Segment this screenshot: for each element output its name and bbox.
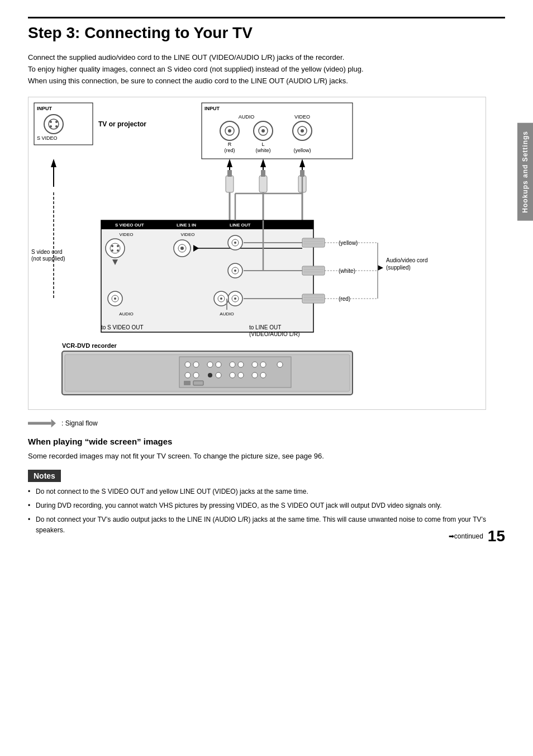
svg-text:S VIDEO OUT: S VIDEO OUT xyxy=(115,223,144,228)
svg-text:(white): (white) xyxy=(255,148,270,153)
svg-point-128 xyxy=(207,362,213,367)
svg-point-63 xyxy=(180,247,184,250)
page-number: 15 xyxy=(488,527,505,545)
svg-point-85 xyxy=(220,297,222,300)
svg-point-130 xyxy=(230,362,235,367)
svg-point-19 xyxy=(261,129,265,133)
svg-point-24 xyxy=(301,129,304,133)
svg-marker-109 xyxy=(378,265,383,271)
wide-screen-text: Some recorded images may not fit your TV… xyxy=(28,451,505,462)
continued-arrow: ➡continued xyxy=(449,532,483,540)
svg-text:(red): (red) xyxy=(224,148,235,153)
intro-line-3: When using this connection, be sure to c… xyxy=(28,77,348,85)
svg-point-132 xyxy=(252,362,258,367)
svg-marker-33 xyxy=(260,159,266,167)
svg-text:(supplied): (supplied) xyxy=(386,264,411,271)
svg-point-3 xyxy=(49,119,59,129)
svg-point-134 xyxy=(277,362,283,367)
svg-point-139 xyxy=(230,372,235,378)
svg-point-141 xyxy=(252,372,258,378)
svg-point-133 xyxy=(260,362,266,367)
svg-point-59 xyxy=(111,249,113,252)
svg-text:VIDEO: VIDEO xyxy=(120,232,134,237)
note-item-3: Do not connect your TV’s audio output ja… xyxy=(28,514,505,536)
svg-rect-143 xyxy=(184,381,191,385)
svg-point-82 xyxy=(114,297,116,300)
svg-text:to LINE OUT: to LINE OUT xyxy=(249,324,281,330)
top-border xyxy=(28,17,505,18)
signal-arrow-icon xyxy=(28,419,56,428)
svg-point-140 xyxy=(238,372,244,378)
svg-text:VIDEO: VIDEO xyxy=(181,232,195,237)
svg-point-142 xyxy=(260,372,266,378)
svg-point-7 xyxy=(55,125,58,127)
svg-marker-31 xyxy=(227,159,232,167)
svg-text:(not supplied): (not supplied) xyxy=(31,256,65,262)
svg-point-136 xyxy=(193,372,199,378)
svg-point-57 xyxy=(111,245,113,247)
notes-list: Do not connect to the S VIDEO OUT and ye… xyxy=(28,486,505,536)
svg-point-138 xyxy=(216,372,221,378)
svg-rect-43 xyxy=(261,170,265,177)
svg-rect-87 xyxy=(302,238,325,247)
svg-text:(yellow): (yellow) xyxy=(293,148,311,153)
svg-point-68 xyxy=(234,242,236,244)
svg-point-60 xyxy=(117,249,119,252)
page-container: Step 3: Connecting to Your TV Connect th… xyxy=(0,0,533,556)
svg-point-58 xyxy=(117,245,119,247)
svg-text:to S VIDEO OUT: to S VIDEO OUT xyxy=(101,324,144,330)
svg-point-4 xyxy=(50,121,52,123)
svg-rect-94 xyxy=(302,266,325,275)
svg-text:VIDEO: VIDEO xyxy=(294,114,310,120)
svg-rect-40 xyxy=(227,170,232,177)
svg-point-72 xyxy=(234,270,236,272)
svg-text:L: L xyxy=(261,141,264,147)
svg-rect-144 xyxy=(193,381,203,385)
svg-text:AUDIO: AUDIO xyxy=(239,114,255,120)
svg-point-135 xyxy=(185,372,191,378)
svg-point-77 xyxy=(234,297,236,300)
svg-point-6 xyxy=(50,125,52,127)
side-tab: Hookups and Settings xyxy=(517,123,533,221)
notes-section: Notes Do not connect to the S VIDEO OUT … xyxy=(28,470,505,536)
svg-rect-145 xyxy=(28,422,51,425)
svg-point-131 xyxy=(238,362,244,367)
svg-point-15 xyxy=(228,129,231,133)
svg-text:Audio/video cord: Audio/video cord xyxy=(386,257,428,263)
svg-point-5 xyxy=(55,121,58,123)
intro-text: Connect the supplied audio/video cord to… xyxy=(28,52,505,87)
svg-text:AUDIO: AUDIO xyxy=(220,311,234,316)
note-item-2: During DVD recording, you cannot watch V… xyxy=(28,500,505,511)
svg-rect-39 xyxy=(226,176,234,192)
svg-marker-29 xyxy=(51,159,56,167)
svg-text:AUDIO: AUDIO xyxy=(119,311,133,316)
svg-marker-146 xyxy=(51,419,56,428)
svg-point-137 xyxy=(208,373,212,377)
wide-screen-heading: When playing “wide screen” images xyxy=(28,437,505,446)
page-title: Step 3: Connecting to Your TV xyxy=(28,24,505,42)
page-footer: ➡continued 15 xyxy=(449,527,505,545)
svg-text:(VIDEO/AUDIO L/R): (VIDEO/AUDIO L/R) xyxy=(249,331,300,337)
note-item-1: Do not connect to the S VIDEO OUT and ye… xyxy=(28,486,505,497)
svg-text:LINE 1 IN: LINE 1 IN xyxy=(177,223,196,228)
svg-text:LINE OUT: LINE OUT xyxy=(230,223,250,228)
svg-point-129 xyxy=(216,362,221,367)
svg-text:R: R xyxy=(228,141,232,147)
diagram-area: INPUT S VIDEO TV or projector INPUT AUDI… xyxy=(28,97,486,410)
diagram-svg: INPUT S VIDEO TV or projector INPUT AUDI… xyxy=(28,97,487,410)
notes-header: Notes xyxy=(28,470,61,482)
svg-text:S VIDEO: S VIDEO xyxy=(37,135,58,141)
svg-text:VCR-DVD recorder: VCR-DVD recorder xyxy=(62,342,117,349)
svg-point-56 xyxy=(110,243,120,253)
intro-line-2: To enjoy higher quality images, connect … xyxy=(28,65,364,73)
svg-rect-101 xyxy=(302,294,325,303)
svg-marker-35 xyxy=(299,159,305,167)
svg-text:TV or projector: TV or projector xyxy=(98,120,146,128)
signal-flow-label: : Signal flow xyxy=(61,419,98,427)
svg-text:S video cord: S video cord xyxy=(31,249,63,255)
svg-text:INPUT: INPUT xyxy=(204,106,220,111)
svg-rect-42 xyxy=(259,176,267,192)
svg-point-126 xyxy=(185,362,191,367)
svg-text:INPUT: INPUT xyxy=(37,106,53,111)
signal-flow: : Signal flow xyxy=(28,419,505,428)
